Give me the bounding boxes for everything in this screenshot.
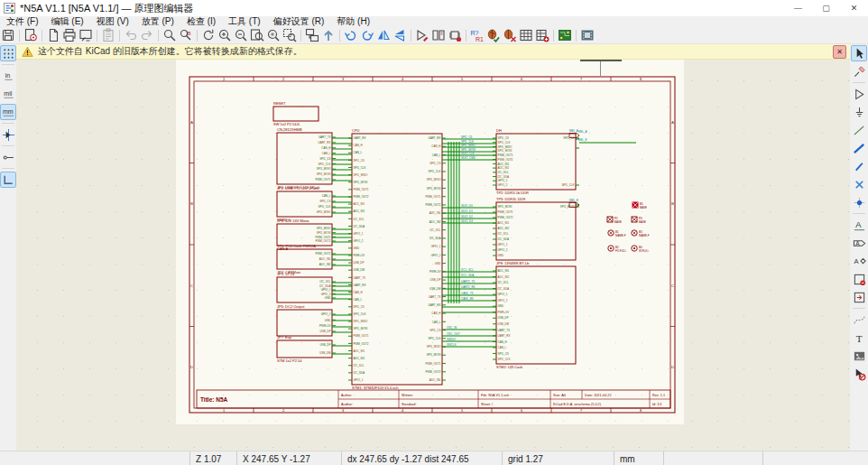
schematic-text: PWM_OUT1 [425, 362, 440, 366]
schematic-text: PWM_OUT2 [498, 158, 513, 162]
footprint-assign-button[interactable] [447, 27, 463, 43]
symbol-editor-button[interactable] [414, 27, 430, 43]
plot-button[interactable] [78, 27, 94, 43]
rotate-cw-button[interactable] [359, 27, 375, 43]
main-toolbar: BR?R1 [0, 27, 868, 44]
symbol-browser-icon [431, 28, 446, 42]
infobar-close-button[interactable]: ✕ [833, 45, 846, 59]
highlight-net-button[interactable] [851, 63, 867, 79]
schematic-text: PWM_OUT1 [315, 236, 330, 239]
menu-item-2[interactable]: 编辑 (E) [45, 15, 90, 28]
close-button[interactable]: ✕ [840, 0, 868, 16]
maximize-button[interactable]: ▢ [812, 0, 840, 16]
mirror-horizontal-button[interactable] [375, 27, 392, 43]
place-no-connect-button[interactable] [851, 176, 867, 192]
units-inch-button[interactable]: in [0, 68, 16, 84]
svg-text:A: A [855, 239, 860, 246]
annotate-button[interactable]: R?R1 [469, 27, 485, 43]
schematic-text: I2C_SCL [354, 364, 365, 367]
zoom-in-icon [217, 28, 232, 42]
menu-item-7[interactable]: 偏好设置 (R) [267, 15, 331, 28]
schematic-text: I2C_SCL [429, 228, 441, 232]
place-symbol-button[interactable] [851, 86, 867, 102]
place-global-label-icon: A [853, 237, 866, 250]
schematic-text: PWM_OUT2 [498, 216, 513, 219]
units-mm-button[interactable]: mm [0, 104, 16, 120]
menu-item-3[interactable]: 视图 (V) [90, 15, 135, 28]
schematic-text: PWM_OUT2 [354, 342, 369, 346]
menu-item-8[interactable]: 帮助 (H) [330, 15, 376, 28]
place-global-label-button[interactable]: A [851, 235, 867, 251]
minimize-button[interactable]: — [784, 0, 812, 16]
hidden-pins-button[interactable] [0, 149, 16, 165]
grid-toggle-button[interactable] [0, 45, 16, 61]
place-net-label-button[interactable]: A [851, 217, 867, 233]
hierarchy-navigator-button[interactable] [304, 27, 320, 43]
mirror-vertical-button[interactable] [392, 27, 408, 43]
left-toolbar: inmilmm [0, 44, 16, 451]
schematic-text: CAN_H [498, 340, 507, 344]
schematic-text: GPIO_2 [321, 293, 331, 296]
rotate-cw-icon [360, 28, 374, 42]
schematic-canvas[interactable]: 1122334455667788AABBCCDDTitle: N5AAuthor… [16, 60, 850, 451]
schematic-text: I2C_SDA [354, 371, 365, 375]
menu-item-5[interactable]: 检查 (I) [180, 15, 222, 28]
schematic-text: SDIO_D1 [461, 209, 473, 213]
schematic-text: 2 [282, 77, 285, 81]
schematic-text: BASE [639, 220, 646, 224]
units-mil-button[interactable]: mil [0, 86, 16, 102]
place-text-button[interactable]: T [851, 330, 867, 346]
zoom-fit-button[interactable] [249, 27, 265, 43]
zoom-out-button[interactable] [233, 27, 249, 43]
print-button[interactable] [61, 27, 78, 43]
leave-sheet-button[interactable] [320, 27, 337, 43]
find-button[interactable] [162, 27, 178, 43]
fields-table-button[interactable] [518, 27, 534, 43]
schematic-text: GND [325, 319, 332, 322]
select-cursor-button[interactable] [851, 45, 867, 61]
find-replace-button[interactable]: B [178, 27, 194, 43]
place-hier-label-button[interactable]: A [851, 253, 867, 269]
erc-button[interactable] [485, 27, 502, 43]
schematic-text: USB_DP [429, 278, 440, 282]
schematic-text: UART2_TX [461, 280, 475, 284]
place-sheet-pin-button[interactable] [851, 289, 867, 305]
pcb-editor-button[interactable] [557, 27, 573, 43]
place-image-button[interactable] [851, 348, 867, 364]
place-sheet-button[interactable] [851, 271, 867, 287]
bom-button[interactable] [534, 27, 550, 43]
schematic-text: CAN_L [432, 153, 441, 157]
schematic-text: SPI1_MISO [354, 320, 369, 323]
schematic-text: CAN_L [354, 298, 363, 302]
place-power-port-button[interactable] [851, 104, 867, 120]
erc-delete-button[interactable] [502, 27, 518, 43]
zoom-selection-icon [282, 28, 297, 42]
schematic-text: USB_DP [319, 343, 330, 347]
zoom-in-button[interactable] [217, 27, 233, 43]
place-junction-button[interactable] [851, 194, 867, 210]
rotate-ccw-button[interactable] [343, 27, 359, 43]
menu-item-6[interactable]: 工具 (T) [222, 15, 267, 28]
delete-tool-button[interactable] [851, 366, 867, 382]
schematic-text: UART_TX [319, 135, 331, 139]
menu-item-1[interactable]: 文件 (F) [0, 15, 45, 28]
place-bus-button[interactable] [851, 140, 867, 156]
schematic-text: CAN_H [354, 291, 363, 294]
hv-wires-button[interactable] [0, 172, 16, 188]
cursor-shape-button[interactable] [0, 126, 16, 143]
schematic-text: SPI1_CLK [318, 163, 330, 166]
symbol-browser-button[interactable] [430, 27, 447, 43]
schematic-text: D [190, 365, 193, 369]
place-graphic-line-button[interactable] [851, 312, 867, 328]
refresh-button[interactable] [200, 27, 217, 43]
zoom-selection-button[interactable] [282, 27, 298, 43]
save-button[interactable] [0, 27, 16, 43]
zoom-objects-button[interactable] [265, 27, 282, 43]
place-wire-button[interactable] [851, 122, 867, 138]
footprint-editor-button[interactable] [579, 27, 596, 43]
schematic-text: ADC_IN1 [498, 163, 510, 166]
menu-item-4[interactable]: 放置 (P) [135, 15, 180, 28]
sheet-settings-button[interactable] [23, 27, 39, 43]
new-page-button[interactable] [45, 27, 61, 43]
place-bus-entry-button[interactable] [851, 158, 867, 174]
